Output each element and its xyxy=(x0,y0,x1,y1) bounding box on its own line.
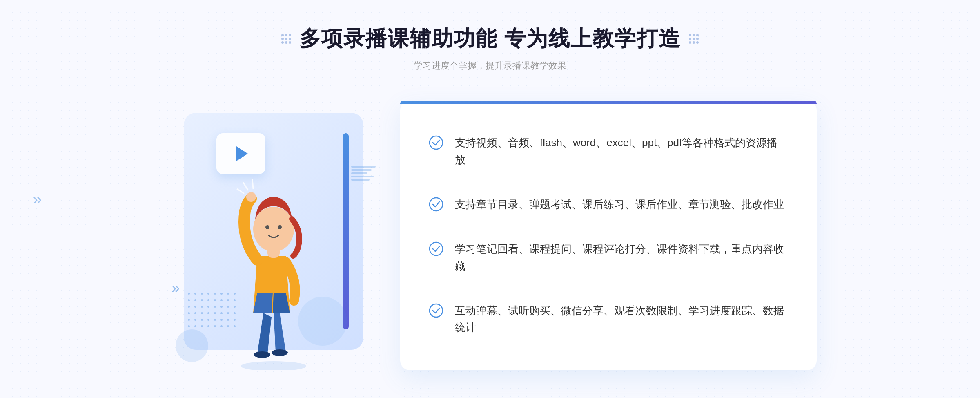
check-icon-3 xyxy=(429,241,443,256)
figure-illustration xyxy=(204,158,343,370)
svg-point-12 xyxy=(430,198,443,211)
svg-line-10 xyxy=(237,189,244,194)
svg-point-5 xyxy=(265,225,270,229)
stripe-deco xyxy=(351,166,376,181)
content-section: » xyxy=(163,92,817,387)
arrow-deco: » xyxy=(172,279,180,297)
circle-deco-1 xyxy=(176,329,208,362)
svg-point-6 xyxy=(278,225,282,229)
svg-line-8 xyxy=(243,182,248,190)
svg-point-2 xyxy=(272,349,288,356)
svg-point-11 xyxy=(430,136,443,149)
check-icon-4 xyxy=(429,303,443,318)
header-title-row: 多项录播课辅助功能 专为线上教学打造 xyxy=(281,25,699,53)
svg-point-13 xyxy=(430,242,443,255)
header-section: 多项录播课辅助功能 专为线上教学打造 学习进度全掌握，提升录播课教学效果 xyxy=(281,25,699,72)
check-icon-1 xyxy=(429,135,443,150)
page-container: 多项录播课辅助功能 专为线上教学打造 学习进度全掌握，提升录播课教学效果 xyxy=(0,0,980,398)
svg-point-4 xyxy=(253,207,294,252)
svg-line-9 xyxy=(252,179,253,189)
features-card: 支持视频、音频、flash、word、excel、ppt、pdf等各种格式的资源… xyxy=(400,101,817,370)
svg-point-14 xyxy=(430,304,443,317)
feature-text-1: 支持视频、音频、flash、word、excel、ppt、pdf等各种格式的资源… xyxy=(455,134,788,168)
feature-text-3: 学习笔记回看、课程提问、课程评论打分、课件资料下载，重点内容收藏 xyxy=(455,241,788,275)
feature-item-1: 支持视频、音频、flash、word、excel、ppt、pdf等各种格式的资源… xyxy=(429,126,788,177)
page-title: 多项录播课辅助功能 专为线上教学打造 xyxy=(299,25,681,53)
left-arrow-deco: » xyxy=(33,190,42,208)
right-dots-deco xyxy=(689,34,699,44)
page-subtitle: 学习进度全掌握，提升录播课教学效果 xyxy=(281,60,699,72)
check-icon-2 xyxy=(429,197,443,212)
illustration-area: » xyxy=(163,101,400,387)
feature-text-4: 互动弹幕、试听购买、微信分享、观看次数限制、学习进度跟踪、数据统计 xyxy=(455,302,788,336)
feature-item-3: 学习笔记回看、课程提问、课程评论打分、课件资料下载，重点内容收藏 xyxy=(429,233,788,283)
svg-point-0 xyxy=(241,361,306,370)
svg-point-1 xyxy=(254,351,270,358)
blue-bar-deco xyxy=(343,133,349,329)
left-dots-deco xyxy=(281,34,291,44)
feature-text-2: 支持章节目录、弹题考试、课后练习、课后作业、章节测验、批改作业 xyxy=(455,196,784,213)
feature-item-4: 互动弹幕、试听购买、微信分享、观看次数限制、学习进度跟踪、数据统计 xyxy=(429,294,788,344)
svg-point-7 xyxy=(246,192,256,202)
feature-item-2: 支持章节目录、弹题考试、课后练习、课后作业、章节测验、批改作业 xyxy=(429,188,788,222)
